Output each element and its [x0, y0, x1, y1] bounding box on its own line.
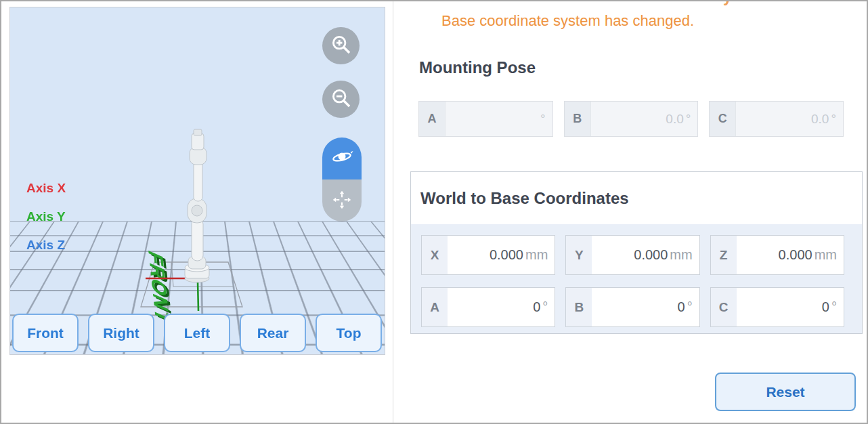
magnifier-minus-icon: [330, 87, 353, 112]
mounting-c-field: C 0.0°: [709, 101, 844, 137]
field-label-a2: A: [422, 288, 448, 326]
orbit-rotate-icon: [330, 146, 354, 172]
view-left-button[interactable]: Left: [164, 314, 230, 352]
mounting-pose-title: Mounting Pose: [419, 58, 536, 77]
axis-y-label: Axis Y: [26, 209, 66, 224]
coord-a-field[interactable]: A 0°: [421, 287, 555, 327]
field-value-b: 0.0°: [591, 102, 698, 136]
field-label-b2: B: [566, 288, 592, 326]
magnifier-plus-icon: [330, 33, 353, 58]
field-value-c2: 0°: [737, 288, 844, 326]
coord-z-field[interactable]: Z 0.000mm: [710, 235, 844, 275]
coord-b-field[interactable]: B 0°: [565, 287, 699, 327]
view-mode-toggle: [322, 137, 362, 221]
coordinate-row-xyz: X 0.000mm Y 0.000mm Z 0.000mm: [421, 235, 844, 275]
view-rear-button[interactable]: Rear: [240, 314, 306, 352]
field-value-z: 0.000mm: [737, 236, 844, 274]
field-value-c: 0.0°: [736, 102, 843, 136]
zoom-in-button[interactable]: [322, 27, 360, 64]
truncated-text-fragment: y: [723, 1, 741, 7]
coordinate-row-abc: A 0° B 0° C 0°: [421, 287, 844, 327]
view-top-button[interactable]: Top: [316, 314, 382, 352]
field-label-y: Y: [566, 236, 592, 274]
field-value-x: 0.000mm: [448, 236, 555, 274]
axis-line-y: [198, 281, 198, 311]
view-right-button[interactable]: Right: [88, 314, 154, 352]
field-label-b: B: [565, 102, 591, 136]
coord-c-field[interactable]: C 0°: [710, 287, 844, 327]
field-label-a: A: [419, 102, 446, 136]
field-value-a: °: [446, 102, 552, 136]
zoom-out-button[interactable]: [322, 81, 360, 118]
field-value-y: 0.000mm: [592, 236, 699, 274]
base-coordinate-settings-page: FRONT FRONT Axis X Axis Y: [0, 0, 868, 424]
mounting-pose-fields: A ° B 0.0° C 0.0°: [418, 101, 844, 137]
field-label-c2: C: [711, 288, 737, 326]
view-front-button[interactable]: Front: [12, 314, 79, 352]
coord-y-field[interactable]: Y 0.000mm: [565, 235, 699, 275]
rotate-view-button[interactable]: [322, 137, 362, 179]
field-label-x: X: [422, 236, 448, 274]
robot-arm: [185, 129, 209, 282]
world-to-base-fields: X 0.000mm Y 0.000mm Z 0.000mm: [411, 224, 862, 327]
view-preset-buttons: Front Right Left Rear Top: [12, 314, 382, 352]
world-to-base-title: World to Base Coordinates: [411, 172, 862, 224]
coord-x-field[interactable]: X 0.000mm: [421, 235, 555, 275]
panel-divider: [393, 1, 393, 423]
base-changed-warning: Base coordinate system has changed.: [441, 12, 694, 30]
pan-view-button[interactable]: [322, 179, 362, 221]
field-label-z: Z: [711, 236, 737, 274]
axis-z-label: Axis Z: [26, 238, 66, 253]
field-value-a2: 0°: [448, 288, 555, 326]
field-value-b2: 0°: [592, 288, 699, 326]
reset-button[interactable]: Reset: [715, 373, 856, 411]
pan-arrows-icon: [330, 188, 353, 213]
field-label-c: C: [710, 102, 736, 136]
mounting-b-field: B 0.0°: [564, 101, 699, 137]
robot-3d-viewport[interactable]: FRONT FRONT Axis X Axis Y: [9, 7, 385, 355]
axis-legend: Axis X Axis Y Axis Z: [26, 181, 66, 266]
axis-x-label: Axis X: [26, 181, 66, 196]
world-to-base-panel: World to Base Coordinates X 0.000mm Y 0.…: [410, 171, 863, 334]
mounting-a-field: A °: [418, 101, 553, 137]
